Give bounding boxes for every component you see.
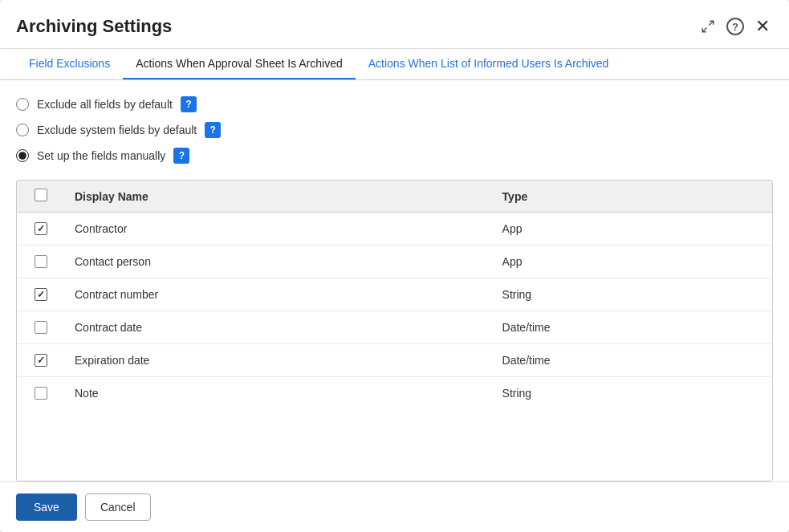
fields-table: Display Name Type ContractorAppContact p…: [17, 181, 772, 409]
help-exclude-all[interactable]: ?: [181, 96, 197, 112]
table-row: Contract numberString: [17, 278, 772, 311]
header-excl: [17, 181, 65, 213]
table-cell-name-1: Contact person: [65, 246, 493, 278]
table-cell-excl-4: [17, 344, 65, 377]
table-body: ContractorAppContact personAppContract n…: [17, 213, 772, 410]
svg-line-1: [702, 28, 706, 32]
table-cell-type-3: Date/time: [493, 311, 772, 344]
radio-row-exclude-all: Exclude all fields by default ?: [16, 96, 773, 112]
table-cell-type-1: App: [493, 246, 772, 278]
table-row: Expiration dateDate/time: [17, 344, 772, 377]
dialog-header: Archiving Settings ? ✕: [0, 0, 789, 49]
svg-line-0: [710, 21, 714, 25]
checkbox-row-1[interactable]: [35, 255, 47, 268]
header-checkbox[interactable]: [35, 189, 47, 201]
radio-row-setup-manually: Set up the fields manually ?: [16, 148, 773, 164]
table-row: ContractorApp: [17, 213, 772, 246]
table-cell-type-0: App: [493, 213, 772, 246]
table-cell-name-4: Expiration date: [65, 344, 493, 377]
table-cell-excl-5: [17, 377, 65, 410]
cancel-button[interactable]: Cancel: [85, 493, 151, 521]
archiving-settings-dialog: Archiving Settings ? ✕ Field Exclusions …: [0, 0, 789, 532]
expand-button[interactable]: [697, 16, 718, 37]
table-cell-name-2: Contract number: [65, 278, 493, 311]
table-header-row: Display Name Type: [17, 181, 772, 213]
table-row: Contact personApp: [17, 246, 772, 278]
radio-label-exclude-all: Exclude all fields by default: [37, 98, 173, 111]
table-row: NoteString: [17, 377, 772, 410]
table-cell-name-3: Contract date: [65, 311, 493, 344]
radio-setup-manually[interactable]: [16, 149, 29, 162]
table-cell-type-2: String: [493, 278, 772, 311]
table-cell-excl-0: [17, 213, 65, 246]
table-cell-excl-2: [17, 278, 65, 311]
radio-row-exclude-system: Exclude system fields by default ?: [16, 122, 773, 138]
checkbox-row-5[interactable]: [35, 387, 47, 400]
help-exclude-system[interactable]: ?: [205, 122, 221, 138]
table-cell-excl-1: [17, 246, 65, 278]
table-scroll[interactable]: Display Name Type ContractorAppContact p…: [17, 181, 772, 481]
table-cell-type-5: String: [493, 377, 772, 410]
checkbox-row-0[interactable]: [35, 222, 47, 235]
table-cell-type-4: Date/time: [493, 344, 772, 377]
table-cell-excl-3: [17, 311, 65, 344]
radio-label-setup-manually: Set up the fields manually: [37, 149, 165, 162]
tab-field-exclusions[interactable]: Field Exclusions: [16, 49, 123, 79]
radio-label-exclude-system: Exclude system fields by default: [37, 124, 197, 136]
header-icons: ? ✕: [697, 13, 773, 40]
radio-exclude-all[interactable]: [16, 98, 29, 111]
dialog-footer: Save Cancel: [0, 481, 789, 532]
header-type: Type: [493, 181, 772, 213]
help-setup-manually[interactable]: ?: [173, 148, 189, 164]
checkbox-row-2[interactable]: [35, 288, 47, 301]
radio-group: Exclude all fields by default ? Exclude …: [16, 96, 773, 164]
dialog-title: Archiving Settings: [16, 16, 172, 37]
checkbox-row-3[interactable]: [35, 321, 47, 334]
help-button[interactable]: ?: [726, 18, 744, 35]
tabs-container: Field Exclusions Actions When Approval S…: [0, 49, 789, 80]
table-cell-name-5: Note: [65, 377, 493, 410]
table-cell-name-0: Contractor: [65, 213, 493, 246]
save-button[interactable]: Save: [16, 493, 77, 521]
table-row: Contract dateDate/time: [17, 311, 772, 344]
fields-table-container: Display Name Type ContractorAppContact p…: [16, 180, 773, 481]
checkbox-row-4[interactable]: [35, 354, 47, 367]
radio-exclude-system[interactable]: [16, 124, 29, 136]
header-display-name: Display Name: [65, 181, 493, 213]
tab-actions-informed[interactable]: Actions When List of Informed Users Is A…: [356, 49, 622, 79]
tab-actions-approval[interactable]: Actions When Approval Sheet Is Archived: [123, 49, 356, 79]
close-button[interactable]: ✕: [752, 13, 773, 40]
dialog-body: Exclude all fields by default ? Exclude …: [0, 80, 789, 481]
